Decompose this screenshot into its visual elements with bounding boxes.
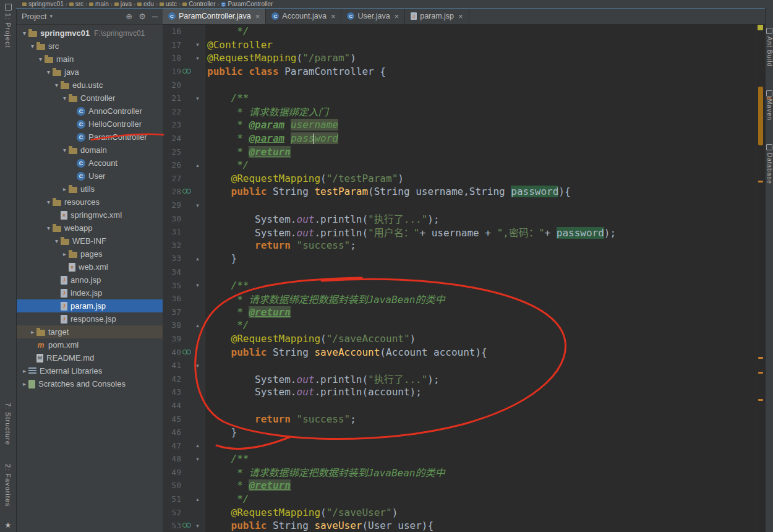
expander-closed-icon[interactable]: ▸ bbox=[61, 251, 69, 257]
line-number[interactable]: 43 bbox=[163, 387, 181, 397]
code-line-53[interactable]: 53▾ public String saveUser(User user){ bbox=[163, 519, 756, 532]
breadcrumb-item-edu[interactable]: edu bbox=[137, 1, 154, 7]
line-number[interactable]: 38 bbox=[163, 320, 181, 330]
line-number[interactable]: 45 bbox=[163, 414, 181, 424]
tab-user-java[interactable]: CUser.java× bbox=[341, 8, 405, 24]
expander-open-icon[interactable]: ▾ bbox=[45, 69, 53, 75]
line-number[interactable]: 42 bbox=[163, 374, 181, 384]
tree-item-scratches-and-consoles[interactable]: ▸Scratches and Consoles bbox=[17, 377, 163, 390]
tree-item-param-jsp[interactable]: Jparam.jsp bbox=[17, 299, 163, 312]
code-line-46[interactable]: 46 } bbox=[163, 426, 756, 439]
code-editor[interactable]: 16 */17▾@Controller18▾@RequestMapping("/… bbox=[163, 25, 756, 532]
line-number[interactable]: 26 bbox=[163, 160, 181, 169]
code-line-22[interactable]: 22 * 请求数据绑定入门 bbox=[163, 105, 756, 119]
tree-item-main[interactable]: ▾main bbox=[17, 53, 163, 66]
fold-icon[interactable]: ▴ bbox=[196, 442, 199, 448]
code-line-36[interactable]: 36 * 请求数据绑定把数据封装到JavaBean的类中 bbox=[163, 292, 756, 306]
line-number[interactable]: 32 bbox=[163, 241, 181, 250]
tree-item-springmvc-xml[interactable]: xspringmvc.xml bbox=[17, 208, 163, 221]
breadcrumb-item-java[interactable]: java bbox=[114, 1, 132, 7]
fold-icon[interactable]: ▴ bbox=[196, 496, 199, 502]
expander-closed-icon[interactable]: ▸ bbox=[28, 328, 36, 335]
line-number[interactable]: 30 bbox=[163, 214, 181, 223]
tree-item-external-libraries[interactable]: ▸External Libraries bbox=[17, 364, 163, 377]
code-line-31[interactable]: 31 System.out.println("用户名："+ username +… bbox=[163, 225, 756, 239]
code-line-40[interactable]: 40 public String saveAccount(Account acc… bbox=[163, 345, 756, 359]
code-line-45[interactable]: 45 return "success"; bbox=[163, 412, 756, 426]
code-line-32[interactable]: 32 return "success"; bbox=[163, 239, 756, 252]
code-line-44[interactable]: 44 bbox=[163, 399, 756, 413]
code-line-28[interactable]: 28 public String testParam(String userna… bbox=[163, 185, 756, 199]
code-line-52[interactable]: 52 @RequestMapping("/saveUser") bbox=[163, 505, 756, 519]
run-marker-icon[interactable] bbox=[182, 69, 192, 74]
code-line-23[interactable]: 23 * @param username bbox=[163, 118, 756, 132]
tree-item-src[interactable]: ▾src bbox=[17, 40, 163, 53]
tree-item-web-inf[interactable]: ▾WEB-INF bbox=[17, 234, 163, 247]
line-number[interactable]: 36 bbox=[163, 294, 181, 303]
expander-open-icon[interactable]: ▾ bbox=[61, 147, 69, 153]
line-number[interactable]: 25 bbox=[163, 147, 181, 157]
code-line-24[interactable]: 24 * @param password bbox=[163, 132, 756, 145]
line-number[interactable]: 37 bbox=[163, 307, 181, 317]
line-number[interactable]: 31 bbox=[163, 227, 181, 236]
tool-button-7-structure[interactable]: 7: Structure bbox=[4, 403, 12, 445]
code-line-42[interactable]: 42 System.out.println("执行了..."); bbox=[163, 372, 756, 385]
line-number[interactable]: 51 bbox=[163, 494, 181, 504]
tree-item-user[interactable]: CUser bbox=[17, 169, 163, 182]
close-icon[interactable]: × bbox=[458, 12, 463, 21]
line-number[interactable]: 17 bbox=[163, 40, 181, 49]
line-number[interactable]: 41 bbox=[163, 361, 181, 370]
expander-open-icon[interactable]: ▾ bbox=[36, 56, 45, 62]
fold-icon[interactable]: ▾ bbox=[196, 363, 199, 369]
favorites-star-icon[interactable]: ★ bbox=[5, 521, 12, 529]
tree-item-web-xml[interactable]: xweb.xml bbox=[17, 260, 163, 273]
tree-item-target[interactable]: ▸target bbox=[17, 325, 163, 338]
code-line-38[interactable]: 38▴ */ bbox=[163, 319, 756, 332]
line-number[interactable]: 34 bbox=[163, 267, 181, 277]
line-number[interactable]: 35 bbox=[163, 281, 181, 290]
chevron-down-icon[interactable]: ▾ bbox=[49, 13, 53, 19]
code-line-49[interactable]: 49 * 请求数据绑定把数据封装到JavaBean的类中 bbox=[163, 466, 756, 479]
line-number[interactable]: 46 bbox=[163, 427, 181, 437]
expander-open-icon[interactable]: ▾ bbox=[53, 82, 61, 88]
tab-account-java[interactable]: CAccount.java× bbox=[266, 8, 341, 24]
code-line-29[interactable]: 29▾ bbox=[163, 199, 756, 212]
line-number[interactable]: 16 bbox=[163, 27, 181, 36]
tree-item-springmvc01[interactable]: ▾springmvc01F:\springmvc01 bbox=[17, 27, 163, 40]
tree-item-annocontroller[interactable]: CAnnoController bbox=[17, 105, 163, 118]
expander-closed-icon[interactable]: ▸ bbox=[61, 186, 69, 192]
close-icon[interactable]: × bbox=[395, 12, 399, 21]
tree-item-pom-xml[interactable]: mpom.xml bbox=[17, 338, 163, 351]
fold-icon[interactable]: ▾ bbox=[196, 282, 199, 288]
code-line-35[interactable]: 35▾ /** bbox=[163, 278, 756, 292]
code-line-43[interactable]: 43 System.out.println(account); bbox=[163, 385, 756, 399]
line-number[interactable]: 21 bbox=[163, 93, 181, 103]
line-number[interactable]: 29 bbox=[163, 200, 181, 210]
line-number[interactable]: 20 bbox=[163, 80, 181, 90]
code-line-37[interactable]: 37 * @return bbox=[163, 305, 756, 319]
breadcrumb-item-paramcontroller[interactable]: CParamController bbox=[221, 1, 273, 7]
tree-item-paramcontroller[interactable]: CParamController bbox=[17, 131, 163, 144]
line-number[interactable]: 52 bbox=[163, 508, 181, 517]
code-line-26[interactable]: 26▴ */ bbox=[163, 158, 756, 172]
scrollbar-thumb[interactable] bbox=[758, 87, 763, 145]
line-number[interactable]: 19 bbox=[163, 67, 181, 76]
hide-panel-icon[interactable]: ─ bbox=[152, 12, 158, 21]
line-number[interactable]: 22 bbox=[163, 107, 181, 116]
locate-icon[interactable]: ⊕ bbox=[126, 12, 132, 21]
tab-param-jsp[interactable]: Jparam.jsp× bbox=[405, 8, 469, 24]
line-number[interactable]: 53 bbox=[163, 521, 181, 530]
tree-item-hellocontroller[interactable]: CHelloController bbox=[17, 118, 163, 131]
tree-item-account[interactable]: CAccount bbox=[17, 157, 163, 169]
expander-open-icon[interactable]: ▾ bbox=[20, 30, 28, 36]
tree-item-webapp[interactable]: ▾webapp bbox=[17, 221, 163, 234]
tree-item-edu-ustc[interactable]: ▾edu.ustc bbox=[17, 79, 163, 92]
fold-icon[interactable]: ▾ bbox=[196, 456, 199, 462]
breadcrumb-item-controller[interactable]: Controller bbox=[182, 1, 215, 7]
project-tree[interactable]: ▾springmvc01F:\springmvc01▾src▾main▾java… bbox=[17, 25, 163, 532]
close-icon[interactable]: × bbox=[255, 12, 260, 21]
tree-item-readme-md[interactable]: MREADME.md bbox=[17, 351, 163, 364]
code-line-48[interactable]: 48▾ /** bbox=[163, 452, 756, 466]
code-line-17[interactable]: 17▾@Controller bbox=[163, 38, 756, 52]
scrollbar-error-stripe[interactable] bbox=[756, 25, 765, 532]
